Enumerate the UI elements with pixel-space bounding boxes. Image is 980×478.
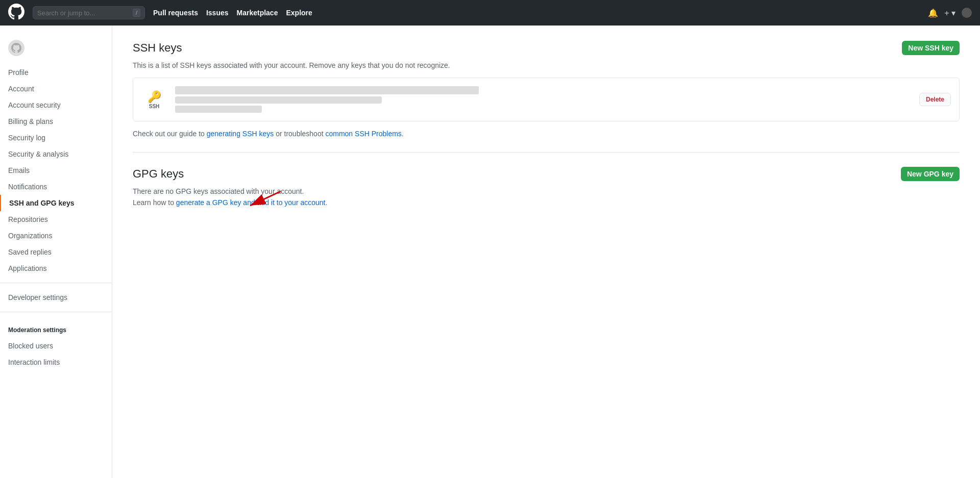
sidebar-item-developer-settings[interactable]: Developer settings	[0, 289, 112, 306]
sidebar-item-account-security[interactable]: Account security	[0, 97, 112, 113]
sidebar-item-interaction-limits[interactable]: Interaction limits	[0, 354, 112, 370]
delete-ssh-key-button[interactable]: Delete	[919, 93, 951, 106]
github-logo-icon	[8, 4, 24, 22]
notifications-bell-button[interactable]: 🔔	[928, 8, 938, 18]
ssh-key-name: ████████████████████████████████████████…	[175, 86, 911, 94]
page-wrapper: Profile Account Account security Billing…	[0, 26, 980, 478]
search-kbd: /	[133, 9, 140, 17]
ssh-key-date-blurred: ████████████████████	[175, 106, 262, 113]
ssh-guide-text: Check out our guide to generating SSH ke…	[133, 130, 960, 138]
ssh-guide-mid: or troubleshoot	[274, 130, 325, 138]
gpg-empty-text: There are no GPG keys associated with yo…	[133, 187, 960, 195]
ssh-key-fingerprint: ████████████████████████████████████████…	[175, 96, 911, 104]
sidebar-item-organizations[interactable]: Organizations	[0, 228, 112, 244]
gpg-section-title: GPG keys	[133, 167, 184, 181]
sidebar-item-notifications[interactable]: Notifications	[0, 179, 112, 195]
sidebar-item-account[interactable]: Account	[0, 81, 112, 97]
sidebar-user-section	[0, 36, 112, 64]
moderation-settings-header: Moderation settings	[0, 318, 112, 338]
sidebar-item-blocked-users[interactable]: Blocked users	[0, 338, 112, 354]
sidebar-item-security-log[interactable]: Security log	[0, 130, 112, 146]
sidebar-item-saved-replies[interactable]: Saved replies	[0, 244, 112, 260]
sidebar-item-applications[interactable]: Applications	[0, 260, 112, 276]
gpg-help-text: Learn how to generate a GPG key and add …	[133, 198, 960, 207]
main-nav: Pull requests Issues Marketplace Explore	[153, 9, 920, 17]
nav-issues[interactable]: Issues	[206, 9, 229, 17]
header-right-actions: 🔔 + ▾	[928, 8, 972, 18]
new-item-button[interactable]: + ▾	[944, 8, 955, 18]
ssh-description: This is a list of SSH keys associated wi…	[133, 61, 960, 69]
sidebar-avatar	[8, 40, 24, 56]
ssh-icon-label: SSH	[149, 104, 160, 109]
ssh-icon-box: 🔑 SSH	[141, 90, 167, 109]
new-gpg-key-button[interactable]: New GPG key	[901, 167, 960, 181]
search-box[interactable]: /	[33, 6, 145, 19]
nav-explore[interactable]: Explore	[286, 9, 312, 17]
sidebar-item-security-analysis[interactable]: Security & analysis	[0, 146, 112, 162]
nav-marketplace[interactable]: Marketplace	[237, 9, 278, 17]
site-header: / Pull requests Issues Marketplace Explo…	[0, 0, 980, 26]
gpg-learn-suffix: .	[325, 198, 327, 207]
ssh-key-name-blurred: ████████████████████████████████████████…	[175, 86, 479, 94]
ssh-key-info: ████████████████████████████████████████…	[175, 86, 911, 113]
settings-sidebar: Profile Account Account security Billing…	[0, 26, 112, 478]
search-input[interactable]	[37, 9, 129, 17]
sidebar-divider-1	[0, 283, 112, 283]
ssh-section-title: SSH keys	[133, 41, 182, 55]
generate-gpg-key-link[interactable]: generate a GPG key and add it to your ac…	[176, 198, 326, 207]
common-ssh-problems-link[interactable]: common SSH Problems	[325, 130, 401, 138]
ssh-key-added-date: ████████████████████	[175, 106, 911, 113]
section-divider	[133, 152, 960, 153]
new-ssh-key-button[interactable]: New SSH key	[902, 41, 960, 55]
nav-pull-requests[interactable]: Pull requests	[153, 9, 198, 17]
sidebar-item-profile[interactable]: Profile	[0, 64, 112, 81]
sidebar-item-ssh-gpg-keys[interactable]: SSH and GPG keys	[0, 195, 112, 211]
generating-ssh-keys-link[interactable]: generating SSH keys	[207, 130, 274, 138]
sidebar-item-repositories[interactable]: Repositories	[0, 211, 112, 228]
user-avatar[interactable]	[962, 8, 972, 18]
ssh-section-header: SSH keys New SSH key	[133, 41, 960, 55]
ssh-guide-suffix: .	[402, 130, 404, 138]
sidebar-item-emails[interactable]: Emails	[0, 162, 112, 179]
ssh-guide-prefix: Check out our guide to	[133, 130, 207, 138]
ssh-key-fingerprint-blurred: ████████████████████████████████████████…	[175, 96, 382, 104]
main-content: SSH keys New SSH key This is a list of S…	[112, 26, 980, 478]
ssh-key-card: 🔑 SSH ██████████████████████████████████…	[133, 78, 960, 121]
sidebar-divider-2	[0, 312, 112, 312]
gpg-learn-prefix: Learn how to	[133, 198, 176, 207]
sidebar-item-billing[interactable]: Billing & plans	[0, 113, 112, 130]
ssh-key-icon: 🔑	[148, 90, 161, 104]
gpg-section-header: GPG keys New GPG key	[133, 167, 960, 181]
